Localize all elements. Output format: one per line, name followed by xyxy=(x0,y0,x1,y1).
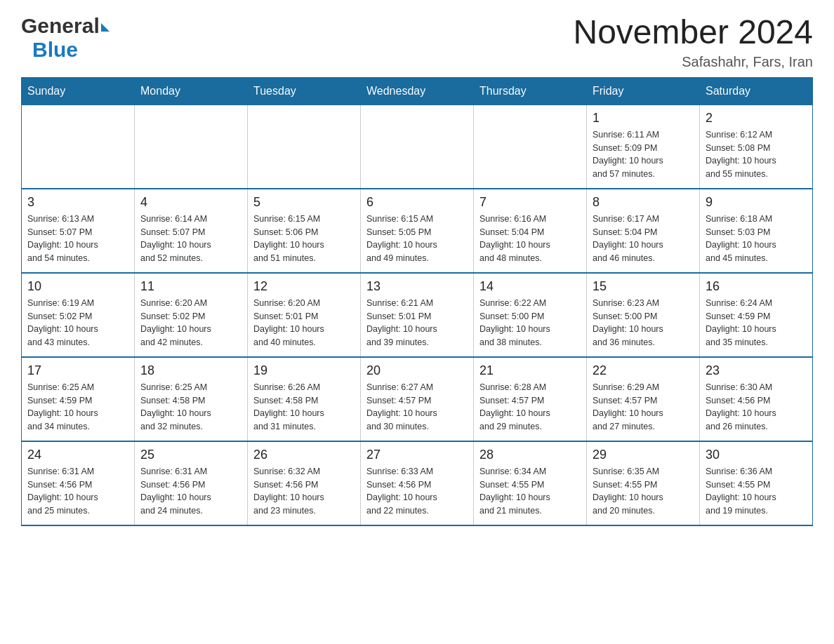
calendar-cell: 11Sunrise: 6:20 AMSunset: 5:02 PMDayligh… xyxy=(135,273,248,357)
day-of-week-wednesday: Wednesday xyxy=(361,77,474,105)
day-number: 17 xyxy=(27,363,128,378)
logo-arrow-icon xyxy=(101,23,110,32)
logo-general: General xyxy=(21,14,100,38)
calendar-cell: 28Sunrise: 6:34 AMSunset: 4:55 PMDayligh… xyxy=(474,441,587,525)
calendar-cell: 10Sunrise: 6:19 AMSunset: 5:02 PMDayligh… xyxy=(22,273,135,357)
day-info: Sunrise: 6:30 AMSunset: 4:56 PMDaylight:… xyxy=(706,381,807,434)
day-number: 28 xyxy=(479,448,581,462)
calendar-cell: 5Sunrise: 6:15 AMSunset: 5:06 PMDaylight… xyxy=(248,189,361,273)
calendar-cell xyxy=(135,105,248,189)
calendar-body: 1Sunrise: 6:11 AMSunset: 5:09 PMDaylight… xyxy=(22,105,813,525)
day-number: 24 xyxy=(27,448,128,462)
logo-blue: Blue xyxy=(32,38,78,61)
day-info: Sunrise: 6:13 AMSunset: 5:07 PMDaylight:… xyxy=(27,213,128,265)
day-info: Sunrise: 6:27 AMSunset: 4:57 PMDaylight:… xyxy=(366,381,468,434)
day-number: 16 xyxy=(706,279,807,294)
day-of-week-saturday: Saturday xyxy=(700,77,813,105)
week-row-2: 3Sunrise: 6:13 AMSunset: 5:07 PMDaylight… xyxy=(22,189,813,273)
day-number: 9 xyxy=(706,195,807,210)
day-number: 15 xyxy=(593,279,694,294)
calendar-cell: 8Sunrise: 6:17 AMSunset: 5:04 PMDaylight… xyxy=(587,189,700,273)
calendar-cell: 6Sunrise: 6:15 AMSunset: 5:05 PMDaylight… xyxy=(361,189,474,273)
calendar-cell: 27Sunrise: 6:33 AMSunset: 4:56 PMDayligh… xyxy=(361,441,474,525)
page-header: General Blue November 2024 Safashahr, Fa… xyxy=(21,14,813,70)
day-info: Sunrise: 6:31 AMSunset: 4:56 PMDaylight:… xyxy=(140,465,241,518)
calendar-cell: 1Sunrise: 6:11 AMSunset: 5:09 PMDaylight… xyxy=(587,105,700,189)
day-info: Sunrise: 6:35 AMSunset: 4:55 PMDaylight:… xyxy=(593,465,694,518)
week-row-4: 17Sunrise: 6:25 AMSunset: 4:59 PMDayligh… xyxy=(22,357,813,441)
day-number: 6 xyxy=(366,195,468,210)
day-number: 13 xyxy=(366,279,468,294)
calendar-cell: 4Sunrise: 6:14 AMSunset: 5:07 PMDaylight… xyxy=(135,189,248,273)
calendar-cell: 19Sunrise: 6:26 AMSunset: 4:58 PMDayligh… xyxy=(248,357,361,441)
calendar-cell: 25Sunrise: 6:31 AMSunset: 4:56 PMDayligh… xyxy=(135,441,248,525)
calendar-cell xyxy=(474,105,587,189)
week-row-5: 24Sunrise: 6:31 AMSunset: 4:56 PMDayligh… xyxy=(22,441,813,525)
logo: General Blue xyxy=(21,14,110,62)
calendar-cell: 24Sunrise: 6:31 AMSunset: 4:56 PMDayligh… xyxy=(22,441,135,525)
day-number: 27 xyxy=(366,448,468,462)
calendar-header: SundayMondayTuesdayWednesdayThursdayFrid… xyxy=(22,77,813,105)
day-number: 18 xyxy=(140,363,241,378)
calendar-cell xyxy=(248,105,361,189)
day-of-week-sunday: Sunday xyxy=(22,77,135,105)
day-number: 4 xyxy=(140,195,241,210)
day-info: Sunrise: 6:15 AMSunset: 5:06 PMDaylight:… xyxy=(253,213,355,265)
day-number: 1 xyxy=(593,111,694,126)
calendar-cell: 17Sunrise: 6:25 AMSunset: 4:59 PMDayligh… xyxy=(22,357,135,441)
calendar-cell: 22Sunrise: 6:29 AMSunset: 4:57 PMDayligh… xyxy=(587,357,700,441)
calendar-cell: 18Sunrise: 6:25 AMSunset: 4:58 PMDayligh… xyxy=(135,357,248,441)
day-number: 5 xyxy=(253,195,355,210)
calendar-cell: 20Sunrise: 6:27 AMSunset: 4:57 PMDayligh… xyxy=(361,357,474,441)
day-info: Sunrise: 6:22 AMSunset: 5:00 PMDaylight:… xyxy=(479,297,581,349)
day-number: 25 xyxy=(140,448,241,462)
day-info: Sunrise: 6:34 AMSunset: 4:55 PMDaylight:… xyxy=(479,465,581,518)
day-number: 8 xyxy=(593,195,694,210)
day-of-week-thursday: Thursday xyxy=(474,77,587,105)
day-number: 30 xyxy=(706,448,807,462)
calendar-cell: 23Sunrise: 6:30 AMSunset: 4:56 PMDayligh… xyxy=(700,357,813,441)
day-number: 10 xyxy=(27,279,128,294)
day-info: Sunrise: 6:25 AMSunset: 4:58 PMDaylight:… xyxy=(140,381,241,434)
day-info: Sunrise: 6:32 AMSunset: 4:56 PMDaylight:… xyxy=(253,465,355,518)
calendar-cell: 21Sunrise: 6:28 AMSunset: 4:57 PMDayligh… xyxy=(474,357,587,441)
day-info: Sunrise: 6:28 AMSunset: 4:57 PMDaylight:… xyxy=(479,381,581,434)
title-block: November 2024 Safashahr, Fars, Iran xyxy=(573,14,813,70)
day-info: Sunrise: 6:16 AMSunset: 5:04 PMDaylight:… xyxy=(479,213,581,265)
day-number: 29 xyxy=(593,448,694,462)
day-info: Sunrise: 6:18 AMSunset: 5:03 PMDaylight:… xyxy=(706,213,807,265)
day-info: Sunrise: 6:29 AMSunset: 4:57 PMDaylight:… xyxy=(593,381,694,434)
day-number: 23 xyxy=(706,363,807,378)
calendar-cell: 13Sunrise: 6:21 AMSunset: 5:01 PMDayligh… xyxy=(361,273,474,357)
day-of-week-friday: Friday xyxy=(587,77,700,105)
calendar-table: SundayMondayTuesdayWednesdayThursdayFrid… xyxy=(21,77,813,526)
calendar-cell: 2Sunrise: 6:12 AMSunset: 5:08 PMDaylight… xyxy=(700,105,813,189)
calendar-cell: 9Sunrise: 6:18 AMSunset: 5:03 PMDaylight… xyxy=(700,189,813,273)
calendar-cell: 15Sunrise: 6:23 AMSunset: 5:00 PMDayligh… xyxy=(587,273,700,357)
day-info: Sunrise: 6:26 AMSunset: 4:58 PMDaylight:… xyxy=(253,381,355,434)
day-info: Sunrise: 6:31 AMSunset: 4:56 PMDaylight:… xyxy=(27,465,128,518)
day-number: 19 xyxy=(253,363,355,378)
calendar-cell xyxy=(361,105,474,189)
calendar-cell: 3Sunrise: 6:13 AMSunset: 5:07 PMDaylight… xyxy=(22,189,135,273)
calendar-cell: 12Sunrise: 6:20 AMSunset: 5:01 PMDayligh… xyxy=(248,273,361,357)
day-info: Sunrise: 6:17 AMSunset: 5:04 PMDaylight:… xyxy=(593,213,694,265)
day-number: 11 xyxy=(140,279,241,294)
day-info: Sunrise: 6:36 AMSunset: 4:55 PMDaylight:… xyxy=(706,465,807,518)
day-number: 26 xyxy=(253,448,355,462)
days-of-week-row: SundayMondayTuesdayWednesdayThursdayFrid… xyxy=(22,77,813,105)
day-info: Sunrise: 6:21 AMSunset: 5:01 PMDaylight:… xyxy=(366,297,468,349)
day-info: Sunrise: 6:25 AMSunset: 4:59 PMDaylight:… xyxy=(27,381,128,434)
day-number: 20 xyxy=(366,363,468,378)
day-info: Sunrise: 6:33 AMSunset: 4:56 PMDaylight:… xyxy=(366,465,468,518)
week-row-3: 10Sunrise: 6:19 AMSunset: 5:02 PMDayligh… xyxy=(22,273,813,357)
day-of-week-tuesday: Tuesday xyxy=(248,77,361,105)
calendar-cell: 26Sunrise: 6:32 AMSunset: 4:56 PMDayligh… xyxy=(248,441,361,525)
day-info: Sunrise: 6:24 AMSunset: 4:59 PMDaylight:… xyxy=(706,297,807,349)
day-of-week-monday: Monday xyxy=(135,77,248,105)
day-info: Sunrise: 6:20 AMSunset: 5:01 PMDaylight:… xyxy=(253,297,355,349)
day-info: Sunrise: 6:14 AMSunset: 5:07 PMDaylight:… xyxy=(140,213,241,265)
calendar-cell: 16Sunrise: 6:24 AMSunset: 4:59 PMDayligh… xyxy=(700,273,813,357)
day-info: Sunrise: 6:11 AMSunset: 5:09 PMDaylight:… xyxy=(593,128,694,181)
day-number: 2 xyxy=(706,111,807,126)
